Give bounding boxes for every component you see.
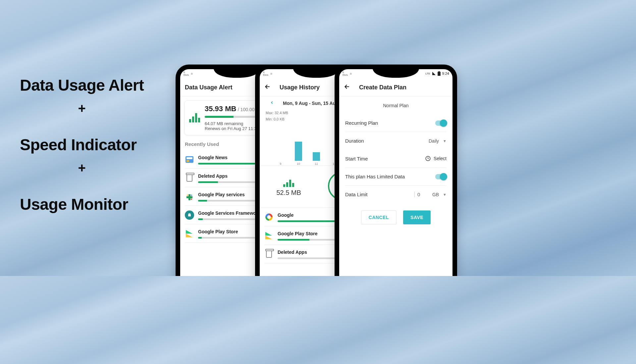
svg-rect-6: [438, 71, 440, 72]
signal-bars-icon: [283, 175, 294, 187]
back-button[interactable]: [264, 83, 271, 92]
status-dot-icon: [191, 73, 193, 75]
start-time-button[interactable]: Select: [425, 156, 447, 161]
play-store-icon: [265, 232, 273, 239]
signal-bars-icon: [189, 111, 200, 122]
speed-indicator: 0Kb/s: [263, 71, 268, 76]
play-store-icon: [186, 230, 193, 237]
news-icon: [186, 156, 193, 163]
page-title: Create Data Plan: [359, 84, 406, 91]
svg-point-2: [191, 199, 192, 200]
data-limit-unit-dropdown[interactable]: GB ▼: [432, 192, 447, 197]
marketing-line2: Speed Indicator: [20, 136, 144, 154]
duration-dropdown[interactable]: Daily ▼: [429, 138, 447, 144]
status-dot-icon: [270, 73, 272, 75]
android-icon: [185, 210, 194, 220]
data-limit-label: Data Limit: [345, 192, 368, 197]
recurring-toggle[interactable]: [435, 120, 447, 126]
date-range-text: Mon, 9 Aug - Sun, 15 Aug: [283, 101, 339, 106]
page-title: Usage History: [280, 84, 320, 91]
svg-point-3: [188, 214, 189, 215]
caret-down-icon: ▼: [443, 193, 447, 197]
network-lte-label: LTE: [426, 72, 430, 75]
page-title: Data Usage Alert: [185, 84, 232, 91]
chart-bar: 9: [275, 161, 286, 165]
chart-bar: 10: [293, 142, 304, 165]
svg-point-4: [190, 214, 190, 215]
svg-point-0: [187, 195, 188, 196]
save-button[interactable]: SAVE: [403, 210, 431, 224]
battery-icon: [438, 71, 441, 76]
back-button[interactable]: [344, 83, 350, 92]
clock-icon: [425, 156, 431, 161]
marketing-line1: Data Usage Alert: [20, 76, 144, 94]
plus-icon: +: [20, 101, 144, 116]
caret-down-icon: ▼: [443, 139, 447, 143]
google-icon: [265, 213, 273, 221]
plus-icon: +: [20, 160, 144, 175]
speed-indicator: 0Kb/s: [343, 71, 348, 76]
duration-label: Duration: [345, 138, 364, 144]
signal-icon: [432, 71, 436, 75]
svg-point-1: [191, 195, 192, 196]
data-limit-input[interactable]: [414, 192, 428, 197]
svg-rect-5: [438, 72, 441, 76]
trash-icon: [186, 174, 192, 182]
plan-subtitle: Normal Plan: [345, 101, 447, 114]
status-dot-icon: [350, 73, 352, 75]
cancel-button[interactable]: CANCEL: [361, 210, 397, 224]
prev-week-button[interactable]: [264, 100, 280, 107]
trash-icon: [266, 250, 272, 258]
marketing-copy: Data Usage Alert + Speed Indicator + Usa…: [20, 76, 144, 213]
total-usage-value: 52.5 MB: [276, 189, 301, 197]
current-usage: 35.93 MB: [205, 105, 236, 113]
marketing-line3: Usage Monitor: [20, 195, 144, 213]
puzzle-icon: [186, 193, 193, 201]
limited-data-toggle[interactable]: [435, 174, 447, 179]
start-time-label: Start Time: [345, 156, 368, 161]
app-bar: Create Data Plan: [339, 79, 452, 96]
chart-bar: 11: [311, 152, 322, 165]
clock: 9:24: [442, 71, 449, 75]
recurring-label: Recurring Plan: [345, 120, 378, 126]
limited-data-label: This plan Has Limited Data: [345, 174, 405, 179]
phone-create-data-plan: 0Kb/s LTE 9:24 Create Data Plan Norm: [335, 65, 457, 276]
speed-indicator: 0 Kb/s: [184, 71, 189, 76]
